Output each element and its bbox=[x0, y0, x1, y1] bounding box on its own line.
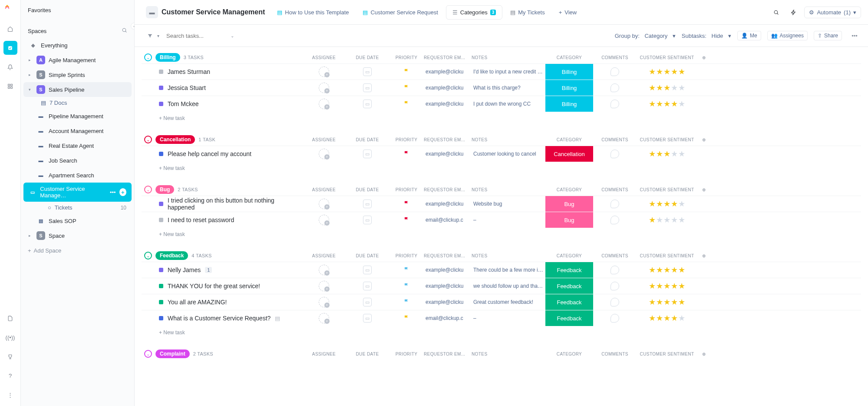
pulse-icon[interactable]: ((•)) bbox=[3, 330, 17, 344]
trophy-icon[interactable] bbox=[3, 349, 17, 363]
sidebar-folder-apartment[interactable]: ▬Apartment Search bbox=[23, 168, 132, 183]
column-comments[interactable]: COMMENTS bbox=[593, 187, 637, 192]
column-due[interactable]: DUE DATE bbox=[346, 137, 389, 142]
sentiment-cell[interactable]: ★★★★★ bbox=[637, 215, 697, 225]
priority-cell[interactable] bbox=[389, 150, 424, 158]
assignee-cell[interactable] bbox=[302, 83, 346, 93]
add-view-button[interactable]: + View bbox=[553, 6, 583, 19]
favorites-header[interactable]: Favorites bbox=[21, 3, 134, 17]
sentiment-cell[interactable]: ★★★★★ bbox=[637, 67, 697, 77]
app-logo[interactable] bbox=[4, 4, 17, 17]
due-date-cell[interactable]: ▭ bbox=[346, 298, 389, 306]
task-row[interactable]: THANK YOU for the great service! ▭ examp… bbox=[142, 278, 861, 294]
sidebar-folder-account[interactable]: ▬Account Management bbox=[23, 123, 132, 138]
notifications-icon[interactable] bbox=[3, 60, 17, 74]
new-task-button[interactable]: + New task bbox=[142, 326, 861, 339]
filter-icon[interactable] bbox=[143, 29, 156, 42]
status-icon[interactable] bbox=[159, 70, 163, 74]
tab-mytickets[interactable]: ▤ My Tickets bbox=[504, 6, 551, 19]
tab-categories[interactable]: ☰ Categories 3 bbox=[446, 5, 502, 20]
comments-cell[interactable] bbox=[593, 298, 637, 306]
column-sentiment[interactable]: CUSTOMER SENTIMENT bbox=[637, 352, 697, 356]
due-date-cell[interactable]: ▭ bbox=[346, 314, 389, 323]
notes-cell[interactable]: There could be a few more im... bbox=[472, 262, 545, 278]
add-space-button[interactable]: +Add Space bbox=[21, 243, 134, 258]
bolt-icon[interactable] bbox=[787, 6, 800, 19]
sentiment-cell[interactable]: ★★★★★ bbox=[637, 199, 697, 209]
column-assignee[interactable]: ASSIGNEE bbox=[302, 55, 346, 60]
email-cell[interactable]: example@clicku bbox=[424, 294, 472, 310]
assignee-cell[interactable] bbox=[302, 67, 346, 77]
column-due[interactable]: DUE DATE bbox=[346, 352, 389, 356]
email-cell[interactable]: example@clicku bbox=[424, 196, 472, 212]
column-email[interactable]: REQUESTOR EM... bbox=[424, 137, 472, 142]
notes-cell[interactable]: Great customer feedback! bbox=[472, 294, 545, 310]
priority-cell[interactable] bbox=[389, 216, 424, 224]
priority-cell[interactable] bbox=[389, 299, 424, 306]
comments-cell[interactable] bbox=[593, 100, 637, 108]
column-due[interactable]: DUE DATE bbox=[346, 55, 389, 60]
sentiment-cell[interactable]: ★★★★★ bbox=[637, 83, 697, 93]
search-icon[interactable] bbox=[769, 6, 782, 19]
column-category[interactable]: CATEGORY bbox=[545, 352, 593, 356]
add-column-icon[interactable]: ⊕ bbox=[697, 55, 710, 60]
spaces-header[interactable]: Spaces bbox=[21, 24, 134, 38]
priority-cell[interactable] bbox=[389, 100, 424, 108]
sidebar-list-tickets[interactable]: ○ Tickets 10 bbox=[43, 202, 132, 213]
status-icon[interactable] bbox=[159, 300, 163, 304]
category-cell[interactable]: Bug bbox=[545, 212, 593, 228]
status-icon[interactable] bbox=[159, 218, 163, 222]
task-row[interactable]: Please help cancel my account ▭ example@… bbox=[142, 146, 861, 162]
column-category[interactable]: CATEGORY bbox=[545, 187, 593, 192]
due-date-cell[interactable]: ▭ bbox=[346, 83, 389, 92]
task-row[interactable]: What is a Customer Service Request? ▤ ▭ … bbox=[142, 310, 861, 326]
column-email[interactable]: REQUESTOR EM... bbox=[424, 187, 472, 192]
column-due[interactable]: DUE DATE bbox=[346, 253, 389, 258]
category-cell[interactable]: Cancellation bbox=[545, 146, 593, 162]
priority-cell[interactable] bbox=[389, 68, 424, 76]
new-task-button[interactable]: + New task bbox=[142, 112, 861, 125]
task-row[interactable]: Tom Mckee ▭ example@clicku I put down th… bbox=[142, 96, 861, 112]
column-notes[interactable]: NOTES bbox=[472, 253, 545, 258]
task-row[interactable]: I tried clicking on this button but noth… bbox=[142, 196, 861, 212]
sentiment-cell[interactable]: ★★★★★ bbox=[637, 149, 697, 159]
group-header-feedback[interactable]: ⌄ Feedback 4 TASKS ASSIGNEE DUE DATE PRI… bbox=[142, 250, 861, 262]
notes-cell[interactable]: I put down the wrong CC bbox=[472, 96, 545, 112]
category-cell[interactable]: Feedback bbox=[545, 262, 593, 278]
group-header-complaint[interactable]: ⌄ Complaint 2 TASKS ASSIGNEE DUE DATE PR… bbox=[142, 348, 861, 360]
assignee-cell[interactable] bbox=[302, 215, 346, 225]
assignee-cell[interactable] bbox=[302, 199, 346, 209]
category-cell[interactable]: Feedback bbox=[545, 294, 593, 310]
task-row[interactable]: Jessica Stuart ▭ example@clicku What is … bbox=[142, 80, 861, 96]
assignees-button[interactable]: 👥Assignees bbox=[767, 31, 808, 40]
apps-icon[interactable] bbox=[3, 79, 17, 93]
automate-button[interactable]: ⚙ Automate (1) ▾ bbox=[804, 7, 861, 18]
due-date-cell[interactable]: ▭ bbox=[346, 200, 389, 208]
add-column-icon[interactable]: ⊕ bbox=[697, 253, 710, 258]
sidebar-item-sales[interactable]: ▾ S Sales Pipeline bbox=[23, 82, 132, 97]
status-icon[interactable] bbox=[159, 316, 163, 320]
add-column-icon[interactable]: ⊕ bbox=[697, 187, 710, 192]
sentiment-cell[interactable]: ★★★★★ bbox=[637, 297, 697, 307]
due-date-cell[interactable]: ▭ bbox=[346, 282, 389, 290]
category-cell[interactable]: Billing bbox=[545, 80, 593, 96]
column-sentiment[interactable]: CUSTOMER SENTIMENT bbox=[637, 55, 697, 60]
due-date-cell[interactable]: ▭ bbox=[346, 150, 389, 158]
sidebar-item-agile[interactable]: ▸ A Agile Management bbox=[23, 53, 132, 67]
sentiment-cell[interactable]: ★★★★★ bbox=[637, 281, 697, 291]
tab-request[interactable]: ▤ Customer Service Request bbox=[356, 6, 444, 19]
email-cell[interactable]: example@clicku bbox=[424, 96, 472, 112]
search-input[interactable] bbox=[166, 33, 227, 39]
column-comments[interactable]: COMMENTS bbox=[593, 137, 637, 142]
column-email[interactable]: REQUESTOR EM... bbox=[424, 352, 472, 356]
column-priority[interactable]: PRIORITY bbox=[389, 55, 424, 60]
assignee-cell[interactable] bbox=[302, 265, 346, 275]
task-row[interactable]: James Sturman ▭ example@clicku I'd like … bbox=[142, 63, 861, 80]
due-date-cell[interactable]: ▭ bbox=[346, 216, 389, 224]
due-date-cell[interactable]: ▭ bbox=[346, 67, 389, 76]
status-icon[interactable] bbox=[159, 86, 163, 90]
comments-cell[interactable] bbox=[593, 216, 637, 224]
collapse-icon[interactable]: ⌄ bbox=[144, 53, 152, 61]
more-icon[interactable]: ⋮ bbox=[3, 388, 17, 402]
status-icon[interactable] bbox=[159, 202, 163, 206]
